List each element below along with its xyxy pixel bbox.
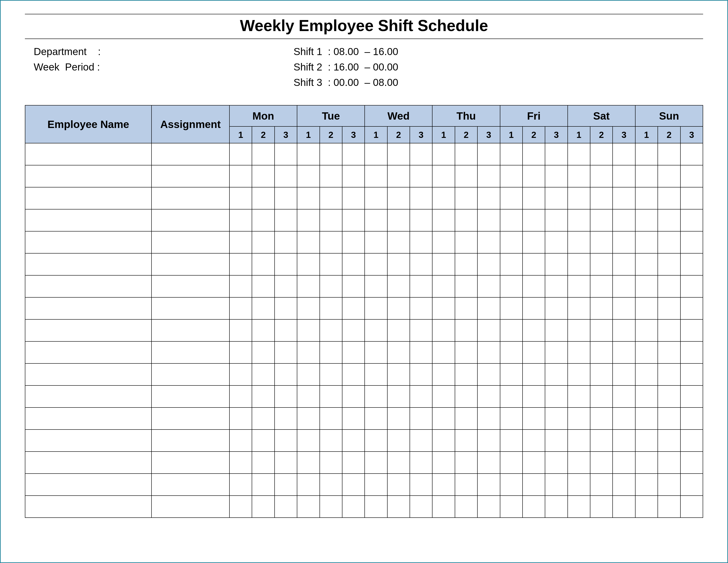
cell-shift[interactable] (229, 143, 252, 165)
cell-shift[interactable] (432, 165, 455, 187)
cell-shift[interactable] (252, 385, 274, 407)
cell-shift[interactable] (477, 430, 500, 452)
cell-shift[interactable] (410, 187, 432, 209)
cell-employee-name[interactable] (25, 297, 152, 319)
cell-shift[interactable] (275, 363, 297, 385)
cell-shift[interactable] (320, 385, 342, 407)
cell-shift[interactable] (387, 253, 410, 275)
cell-employee-name[interactable] (25, 496, 152, 518)
cell-shift[interactable] (545, 341, 567, 363)
cell-shift[interactable] (658, 253, 680, 275)
cell-shift[interactable] (297, 187, 320, 209)
cell-shift[interactable] (477, 187, 500, 209)
cell-shift[interactable] (432, 363, 455, 385)
cell-shift[interactable] (613, 430, 635, 452)
cell-shift[interactable] (455, 275, 477, 297)
cell-shift[interactable] (635, 297, 658, 319)
cell-shift[interactable] (342, 363, 365, 385)
cell-shift[interactable] (365, 209, 387, 231)
cell-shift[interactable] (568, 430, 590, 452)
cell-shift[interactable] (658, 319, 680, 341)
cell-assignment[interactable] (152, 385, 229, 407)
cell-shift[interactable] (432, 496, 455, 518)
cell-shift[interactable] (410, 319, 432, 341)
cell-shift[interactable] (568, 275, 590, 297)
cell-shift[interactable] (658, 231, 680, 253)
cell-shift[interactable] (320, 253, 342, 275)
cell-shift[interactable] (320, 209, 342, 231)
cell-shift[interactable] (455, 231, 477, 253)
cell-shift[interactable] (275, 496, 297, 518)
cell-shift[interactable] (545, 297, 567, 319)
cell-shift[interactable] (229, 430, 252, 452)
cell-shift[interactable] (365, 341, 387, 363)
cell-shift[interactable] (229, 319, 252, 341)
cell-shift[interactable] (365, 496, 387, 518)
cell-shift[interactable] (500, 496, 523, 518)
cell-shift[interactable] (545, 275, 567, 297)
cell-shift[interactable] (635, 143, 658, 165)
cell-shift[interactable] (252, 341, 274, 363)
cell-shift[interactable] (387, 385, 410, 407)
cell-shift[interactable] (252, 496, 274, 518)
cell-assignment[interactable] (152, 496, 229, 518)
cell-shift[interactable] (568, 474, 590, 496)
cell-shift[interactable] (365, 187, 387, 209)
cell-shift[interactable] (275, 430, 297, 452)
cell-shift[interactable] (545, 452, 567, 474)
cell-shift[interactable] (680, 187, 703, 209)
cell-shift[interactable] (568, 319, 590, 341)
cell-shift[interactable] (523, 407, 545, 430)
cell-employee-name[interactable] (25, 253, 152, 275)
cell-shift[interactable] (410, 363, 432, 385)
cell-shift[interactable] (545, 253, 567, 275)
cell-shift[interactable] (432, 452, 455, 474)
cell-shift[interactable] (387, 407, 410, 430)
cell-shift[interactable] (545, 209, 567, 231)
cell-shift[interactable] (365, 297, 387, 319)
cell-shift[interactable] (545, 165, 567, 187)
cell-shift[interactable] (523, 253, 545, 275)
cell-shift[interactable] (455, 319, 477, 341)
cell-shift[interactable] (432, 341, 455, 363)
cell-shift[interactable] (635, 341, 658, 363)
cell-shift[interactable] (477, 143, 500, 165)
cell-shift[interactable] (635, 187, 658, 209)
cell-shift[interactable] (568, 407, 590, 430)
cell-shift[interactable] (410, 165, 432, 187)
cell-assignment[interactable] (152, 430, 229, 452)
cell-shift[interactable] (432, 319, 455, 341)
cell-shift[interactable] (613, 297, 635, 319)
cell-shift[interactable] (680, 407, 703, 430)
cell-shift[interactable] (590, 452, 613, 474)
cell-shift[interactable] (229, 231, 252, 253)
cell-shift[interactable] (365, 430, 387, 452)
cell-shift[interactable] (568, 341, 590, 363)
cell-shift[interactable] (410, 452, 432, 474)
cell-shift[interactable] (252, 430, 274, 452)
cell-shift[interactable] (568, 143, 590, 165)
cell-shift[interactable] (410, 209, 432, 231)
cell-shift[interactable] (365, 407, 387, 430)
cell-shift[interactable] (387, 143, 410, 165)
cell-shift[interactable] (613, 452, 635, 474)
cell-shift[interactable] (455, 407, 477, 430)
cell-shift[interactable] (523, 275, 545, 297)
cell-shift[interactable] (320, 363, 342, 385)
cell-shift[interactable] (635, 253, 658, 275)
cell-shift[interactable] (275, 209, 297, 231)
cell-shift[interactable] (590, 297, 613, 319)
cell-shift[interactable] (590, 187, 613, 209)
cell-shift[interactable] (523, 209, 545, 231)
cell-shift[interactable] (590, 341, 613, 363)
cell-shift[interactable] (523, 474, 545, 496)
cell-shift[interactable] (680, 253, 703, 275)
cell-shift[interactable] (229, 275, 252, 297)
cell-shift[interactable] (365, 143, 387, 165)
cell-shift[interactable] (658, 452, 680, 474)
cell-shift[interactable] (568, 165, 590, 187)
cell-shift[interactable] (658, 363, 680, 385)
cell-shift[interactable] (320, 319, 342, 341)
cell-shift[interactable] (680, 363, 703, 385)
cell-shift[interactable] (680, 209, 703, 231)
